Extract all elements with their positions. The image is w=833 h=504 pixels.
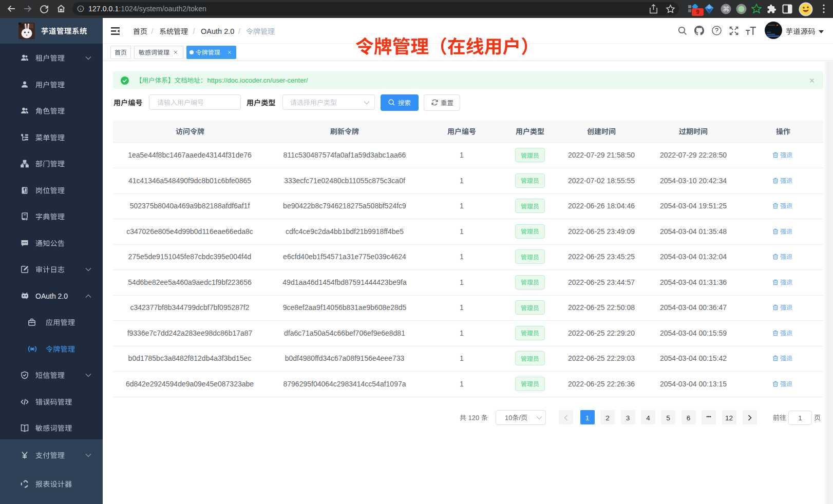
svg-text:⌘: ⌘ [723,5,729,13]
